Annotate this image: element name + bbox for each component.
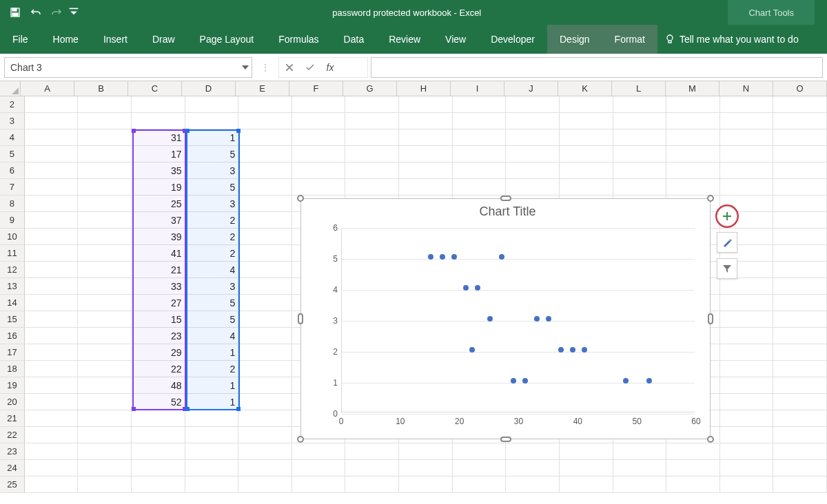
cell[interactable] [773,328,827,344]
cell[interactable]: 3 [185,278,239,295]
column-header[interactable]: A [21,81,74,96]
cell[interactable] [132,96,185,113]
cell[interactable] [292,146,346,162]
cell[interactable] [613,179,667,196]
cell[interactable] [666,476,720,493]
row-header[interactable]: 14 [0,295,25,311]
cell[interactable] [238,460,292,476]
cell[interactable] [25,212,79,229]
cell[interactable] [25,96,79,113]
cell[interactable] [78,179,132,196]
cell[interactable] [773,229,827,245]
cell[interactable] [773,278,827,295]
cell[interactable] [720,179,774,196]
cell[interactable] [78,129,132,146]
cell[interactable] [773,443,827,460]
cell[interactable] [78,96,132,113]
cell[interactable] [399,146,453,162]
row-header[interactable]: 23 [0,443,25,460]
column-header[interactable]: M [666,81,719,96]
cell[interactable] [453,96,507,113]
cell[interactable] [78,196,132,212]
cell[interactable]: 29 [132,344,185,361]
cell[interactable] [25,344,79,361]
chart-filters-button[interactable] [717,258,737,279]
chart-plot-area[interactable] [341,228,695,412]
cell[interactable] [78,162,132,179]
tab-home[interactable]: Home [41,25,91,54]
tab-developer[interactable]: Developer [478,25,547,54]
cell[interactable] [506,146,560,162]
cell[interactable] [132,410,185,427]
row-header[interactable]: 17 [0,344,25,361]
cell[interactable] [25,460,79,476]
cell[interactable] [132,113,185,129]
cell[interactable] [292,96,346,113]
cell[interactable] [720,443,774,460]
row-header[interactable]: 21 [0,410,25,427]
worksheet-grid[interactable]: ABCDEFGHIJKLMNO 234311517563537195825393… [0,81,827,504]
cell[interactable] [238,344,292,361]
cancel-formula-icon[interactable] [279,57,300,78]
cell[interactable] [560,443,613,460]
insert-function-icon[interactable]: fx [320,62,340,73]
cell[interactable] [560,179,613,196]
cell[interactable] [720,278,774,295]
cell[interactable] [720,311,774,328]
data-point[interactable] [440,254,445,260]
cell[interactable] [613,113,667,129]
data-point[interactable] [487,316,493,322]
cell[interactable] [345,146,399,162]
tab-review[interactable]: Review [376,25,433,54]
tab-formulas[interactable]: Formulas [266,25,331,54]
row-header[interactable]: 6 [0,162,25,179]
name-box-dropdown-icon[interactable] [238,58,252,77]
tell-me-search[interactable]: Tell me what you want to do [657,25,799,54]
row-header[interactable]: 24 [0,460,25,476]
tab-design[interactable]: Design [547,25,602,54]
cell[interactable] [506,476,560,493]
cell[interactable] [666,443,720,460]
cell[interactable] [132,443,185,460]
cell[interactable] [25,229,79,245]
cell[interactable] [773,295,827,311]
cell[interactable]: 17 [132,146,185,162]
cell[interactable] [78,212,132,229]
cell[interactable]: 4 [185,328,239,344]
row-header[interactable]: 22 [0,427,25,443]
cell[interactable] [78,146,132,162]
cell[interactable] [25,410,79,427]
cell[interactable] [78,328,132,344]
cell[interactable] [560,113,613,129]
cell[interactable] [453,443,507,460]
cell[interactable] [185,476,239,493]
cell[interactable] [238,427,292,443]
cell[interactable] [773,96,827,113]
row-header[interactable]: 20 [0,394,25,410]
cell[interactable] [345,113,399,129]
cell[interactable] [238,162,292,179]
cell[interactable] [238,328,292,344]
cell[interactable] [345,179,399,196]
cell[interactable] [25,311,79,328]
cell[interactable] [720,328,774,344]
cell[interactable] [185,410,239,427]
select-all-corner[interactable] [0,81,21,96]
column-header[interactable]: G [343,81,397,96]
cell[interactable] [25,377,79,394]
cell[interactable] [399,443,453,460]
tab-page-layout[interactable]: Page Layout [187,25,267,54]
cell[interactable] [613,129,667,146]
cell[interactable]: 2 [185,361,239,377]
cell[interactable]: 23 [132,328,185,344]
cell[interactable] [506,96,560,113]
cell[interactable]: 21 [132,262,185,278]
cell[interactable] [720,113,774,129]
cell[interactable] [238,196,292,212]
cell[interactable] [78,476,132,493]
cell[interactable] [345,129,399,146]
cell[interactable] [238,113,292,129]
data-point[interactable] [534,316,540,322]
chart-title[interactable]: Chart Title [314,204,702,219]
cell[interactable] [185,427,239,443]
